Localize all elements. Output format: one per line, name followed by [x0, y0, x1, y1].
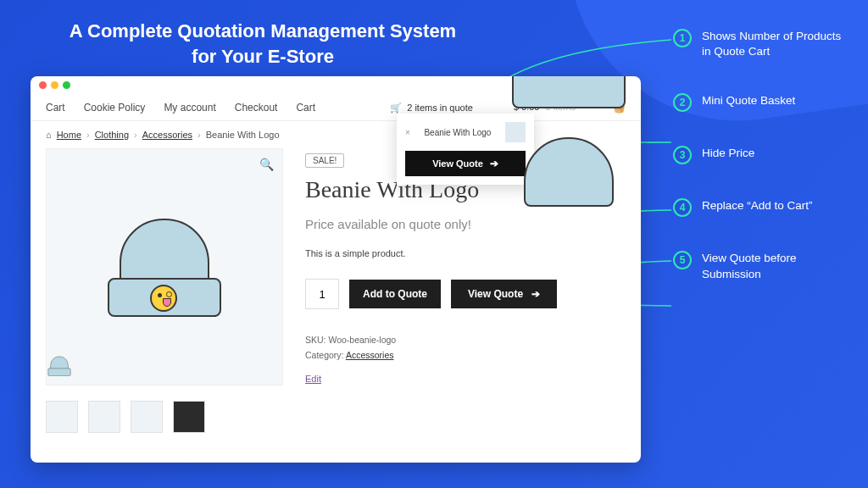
- edit-link[interactable]: Edit: [305, 374, 321, 384]
- window-min-dot[interactable]: [51, 81, 58, 89]
- sale-badge: SALE!: [305, 153, 344, 168]
- arrow-right-icon: ➔: [531, 288, 540, 300]
- annotation-number: 2: [673, 93, 692, 112]
- price-hidden-message: Price available on quote only!: [305, 217, 626, 231]
- home-icon: ⌂: [46, 130, 52, 140]
- mini-quote-basket: × Beanie With Logo View Quote ➔: [397, 114, 534, 185]
- breadcrumb-sep: ›: [134, 130, 137, 140]
- annotation-item: 1 Shows Number of Products in Quote Cart: [673, 29, 851, 59]
- add-to-quote-button[interactable]: Add to Quote: [349, 280, 441, 308]
- breadcrumb-link[interactable]: Clothing: [95, 130, 129, 140]
- product-meta: SKU: Woo-beanie-logo Category: Accessori…: [305, 333, 626, 363]
- nav-item[interactable]: Cart: [296, 102, 315, 114]
- product-gallery: 🔍: [46, 148, 283, 433]
- breadcrumb-sep: ›: [198, 130, 201, 140]
- annotation-list: 1 Shows Number of Products in Quote Cart…: [673, 29, 851, 316]
- view-quote-button[interactable]: View Quote ➔: [451, 280, 557, 308]
- nav-item[interactable]: Checkout: [235, 102, 278, 114]
- product-thumb[interactable]: [88, 401, 120, 433]
- arrow-right-icon: ➔: [490, 158, 498, 169]
- browser-window: Cart Cookie Policy My account Checkout C…: [31, 76, 641, 463]
- window-max-dot[interactable]: [63, 81, 70, 89]
- quantity-input[interactable]: 1: [305, 279, 339, 309]
- annotation-text: Replace “Add to Cart”: [702, 198, 813, 214]
- breadcrumb-link[interactable]: Accessories: [142, 130, 192, 140]
- category-link[interactable]: Accessories: [346, 350, 394, 360]
- annotation-number: 5: [673, 251, 692, 269]
- add-to-quote-row: 1 Add to Quote View Quote ➔: [305, 279, 626, 309]
- mini-quote-view-label: View Quote: [432, 158, 483, 169]
- nav-item[interactable]: My account: [164, 102, 215, 114]
- sku-value: Woo-beanie-logo: [328, 335, 396, 345]
- product-thumb[interactable]: [173, 401, 205, 433]
- breadcrumb-sep: ›: [86, 130, 90, 140]
- quote-count-text: 2 items in quote: [407, 103, 473, 113]
- breadcrumb-link[interactable]: Home: [57, 130, 81, 140]
- annotation-text: Shows Number of Products in Quote Cart: [702, 29, 851, 59]
- annotation-item: 5 View Quote before Submission: [673, 251, 851, 281]
- mini-quote-view-button[interactable]: View Quote ➔: [405, 151, 526, 176]
- category-label: Category:: [305, 350, 344, 360]
- banner-title: A Complete Quotation Management System f…: [68, 19, 458, 69]
- mini-quote-remove[interactable]: ×: [405, 128, 410, 137]
- annotation-text: View Quote before Submission: [702, 251, 851, 281]
- product-main-image[interactable]: 🔍: [46, 148, 283, 385]
- breadcrumb-current: Beanie With Logo: [206, 130, 280, 140]
- product-thumb[interactable]: [131, 401, 163, 433]
- magnify-icon[interactable]: 🔍: [259, 158, 274, 171]
- annotation-number: 4: [673, 198, 692, 217]
- annotation-text: Mini Quote Basket: [702, 93, 795, 108]
- window-close-dot[interactable]: [39, 81, 47, 89]
- view-quote-label: View Quote: [468, 288, 523, 300]
- annotation-number: 1: [673, 29, 692, 47]
- nav-item[interactable]: Cart: [46, 102, 65, 114]
- quote-cart-status[interactable]: 🛒 2 items in quote: [390, 102, 473, 114]
- annotation-number: 3: [673, 146, 692, 164]
- sku-label: SKU:: [305, 335, 326, 345]
- mini-quote-thumb: [505, 122, 526, 142]
- beanie-illustration: [101, 203, 228, 330]
- cart-icon: 🛒: [390, 103, 402, 114]
- nav-item[interactable]: Cookie Policy: [84, 102, 146, 114]
- annotation-item: 4 Replace “Add to Cart”: [673, 198, 851, 217]
- annotation-text: Hide Price: [702, 146, 754, 161]
- annotation-item: 2 Mini Quote Basket: [673, 93, 851, 112]
- product-thumb[interactable]: [46, 401, 78, 433]
- annotation-item: 3 Hide Price: [673, 146, 851, 164]
- mini-quote-product-name[interactable]: Beanie With Logo: [417, 128, 498, 137]
- product-thumbnails: [46, 401, 283, 433]
- product-short-description: This is a simple product.: [305, 248, 626, 258]
